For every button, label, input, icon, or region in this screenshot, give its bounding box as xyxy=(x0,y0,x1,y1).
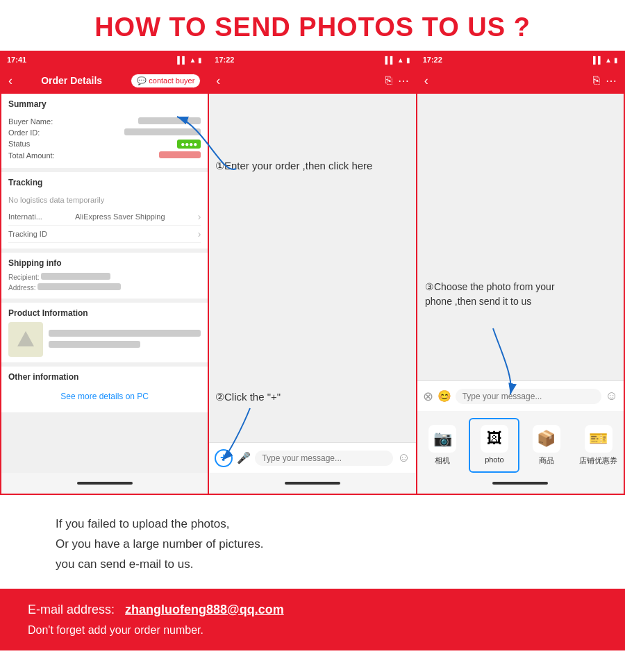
copy-icon-2: ⎘ xyxy=(385,74,392,87)
tracking-row-1: Internati... AliExpress Saver Shipping › xyxy=(8,208,201,226)
emoji-icon-2: ☺ xyxy=(397,451,410,465)
shipping-section: Shipping info Recipient: Address: xyxy=(1,253,208,299)
emoji-icon-3: ☺ xyxy=(606,389,618,403)
more-icon-3: ⋯ xyxy=(606,74,617,87)
email-address[interactable]: zhangluofeng888@qq.com xyxy=(125,603,284,616)
nav-title-1: Order Details xyxy=(41,75,102,86)
chevron-1: › xyxy=(198,211,201,222)
coupon-icon: 🎫 xyxy=(585,425,612,453)
tracking-col-left-1: Internati... xyxy=(8,212,42,221)
summary-title: Summary xyxy=(8,99,47,109)
tracking-section: Tracking No logistics data temporarily I… xyxy=(1,172,208,249)
bottom-line3: you can send e-mail to us. xyxy=(56,555,569,575)
copy-icon-3: ⎘ xyxy=(593,74,600,87)
total-row: Total Amount: xyxy=(8,151,201,160)
other-title: Other information xyxy=(8,372,201,382)
camera-label: 相机 xyxy=(435,455,450,466)
more-icon-2: ⋯ xyxy=(398,74,409,87)
battery-icon: ▮ xyxy=(198,56,202,64)
toolbar-coupon[interactable]: 🎫 店铺优惠券 xyxy=(573,418,624,473)
nav-bar-3: ‹ ⎘ ⋯ xyxy=(417,67,624,94)
chat-input-3[interactable] xyxy=(456,389,601,404)
time-1: 17:41 xyxy=(7,56,26,64)
status-icons-2: ▌▌ ▲ ▮ xyxy=(385,56,410,64)
total-value xyxy=(159,151,201,158)
nav-right-3: ⎘ ⋯ xyxy=(593,74,617,87)
back-btn-2[interactable]: ‹ xyxy=(216,74,220,88)
bottom-line1: If you failed to upload the photos, xyxy=(56,514,569,535)
buyer-name-label: Buyer Name: xyxy=(8,117,53,126)
other-section: Other information See more details on PC xyxy=(1,367,208,412)
phone-panel-2: 17:22 ▌▌ ▲ ▮ ‹ ⎘ ⋯ + xyxy=(209,52,417,494)
bottom-bar-2 xyxy=(209,473,415,494)
nav-bar-1: ‹ Order Details 💬 contact buyer xyxy=(1,67,208,94)
status-bar-1: 17:41 ▌▌ ▲ ▮ xyxy=(1,52,208,67)
nav-bar-2: ‹ ⎘ ⋯ xyxy=(209,67,415,94)
product-thumbnail xyxy=(8,322,43,357)
photo-icon: 🖼 xyxy=(481,425,508,453)
chat-input-bar-3: ⊗ 😊 ☺ xyxy=(417,380,624,411)
coupon-label: 店铺优惠券 xyxy=(579,455,617,466)
nav-right-2: ⎘ ⋯ xyxy=(385,74,409,87)
email-note: Don't forget add your order number. xyxy=(28,621,597,641)
toolbar-product[interactable]: 📦 商品 xyxy=(521,418,572,473)
buyer-name-value xyxy=(138,117,201,124)
buyer-name-row: Buyer Name: xyxy=(8,117,201,126)
tracking-title: Tracking xyxy=(8,178,201,187)
see-more-link[interactable]: See more details on PC xyxy=(8,386,201,407)
signal-icon-3: ▌▌ xyxy=(593,56,603,64)
photo-label: photo xyxy=(485,455,504,464)
product-icon: 📦 xyxy=(533,425,560,453)
back-btn-1[interactable]: ‹ xyxy=(8,74,12,88)
battery-icon-2: ▮ xyxy=(406,56,410,64)
order-id-value xyxy=(124,128,201,135)
recipient-value xyxy=(41,273,110,280)
status-bar-3: 17:22 ▌▌ ▲ ▮ xyxy=(417,52,624,67)
back-btn-3[interactable]: ‹ xyxy=(424,74,428,88)
product-title: Product Information xyxy=(8,308,201,318)
home-indicator-2 xyxy=(285,482,340,485)
plus-icon: + xyxy=(220,451,228,465)
tracking-col-left-2: Tracking ID xyxy=(8,230,47,238)
toolbar-photo[interactable]: 🖼 photo xyxy=(469,418,519,473)
product-info xyxy=(49,330,201,349)
status-bar-2: 17:22 ▌▌ ▲ ▮ xyxy=(209,52,415,67)
bottom-bar-1 xyxy=(1,473,208,494)
summary-section: Summary Buyer Name: Order ID: Status ●●●… xyxy=(1,94,208,168)
status-icons-1: ▌▌ ▲ ▮ xyxy=(177,56,202,64)
status-icons-3: ▌▌ ▲ ▮ xyxy=(593,56,618,64)
chat-content-3 xyxy=(417,94,624,380)
plus-button[interactable]: + xyxy=(215,449,233,467)
camera-icon: 📷 xyxy=(428,425,456,453)
email-line: E-mail address: zhangluofeng888@qq.com xyxy=(28,598,597,621)
product-section: Product Information xyxy=(1,303,208,362)
signal-icon: ▌▌ xyxy=(177,56,187,64)
email-banner: E-mail address: zhangluofeng888@qq.com D… xyxy=(0,589,625,650)
signal-icon-2: ▌▌ xyxy=(385,56,395,64)
wifi-icon-2: ▲ xyxy=(397,56,404,64)
media-toolbar: 📷 相机 🖼 photo 📦 商品 🎫 店铺优惠券 xyxy=(417,411,624,473)
contact-buyer-btn[interactable]: 💬 contact buyer xyxy=(131,74,201,88)
product-name xyxy=(49,330,201,337)
toolbar-camera[interactable]: 📷 相机 xyxy=(417,418,468,473)
contact-btn-label: contact buyer xyxy=(149,76,194,85)
order-id-row: Order ID: xyxy=(8,128,201,137)
phone-panel-3: 17:22 ▌▌ ▲ ▮ ‹ ⎘ ⋯ ⊗ 😊 xyxy=(417,52,624,494)
product-label: 商品 xyxy=(539,455,554,466)
time-3: 17:22 xyxy=(423,56,442,64)
page-title: HOW TO SEND PHOTOS TO US ? xyxy=(0,0,625,51)
voice-icon-3: 😊 xyxy=(438,389,451,403)
time-2: 17:22 xyxy=(215,56,234,64)
bottom-bar-3 xyxy=(417,473,624,494)
svg-marker-0 xyxy=(17,331,34,346)
status-badge: ●●●● xyxy=(177,140,201,149)
product-row xyxy=(8,322,201,357)
battery-icon-3: ▮ xyxy=(614,56,618,64)
wifi-icon: ▲ xyxy=(189,56,196,64)
shipping-title: Shipping info xyxy=(8,258,201,268)
chat-input-2[interactable] xyxy=(255,451,393,466)
order-id-label: Order ID: xyxy=(8,128,40,137)
chat-input-bar-2: + 🎤 ☺ xyxy=(209,442,415,473)
tracking-row-2: Tracking ID › xyxy=(8,226,201,243)
home-indicator-3 xyxy=(492,482,548,485)
